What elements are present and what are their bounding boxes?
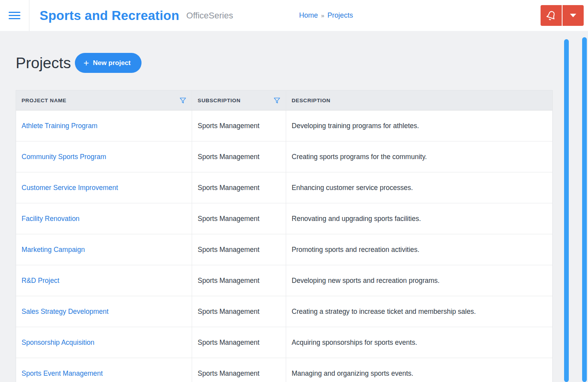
description-cell: Developing new sports and recreation pro… xyxy=(286,265,552,296)
description-cell: Creating a strategy to increase ticket a… xyxy=(286,296,552,327)
subscription-cell: Sports Management xyxy=(192,358,286,382)
table-row: Customer Service ImprovementSports Manag… xyxy=(16,172,552,203)
column-header-project-name: Project name xyxy=(16,91,192,110)
project-link[interactable]: Customer Service Improvement xyxy=(22,184,118,192)
top-header: Sports and Recreation OfficeSeries Home … xyxy=(0,0,588,31)
subscription-cell: Sports Management xyxy=(192,327,286,358)
breadcrumb-separator: » xyxy=(321,12,324,19)
plus-icon: + xyxy=(83,58,89,68)
notifications-button[interactable] xyxy=(541,5,562,26)
main-content: Projects + New project Project name Subs… xyxy=(0,31,563,382)
page-head: Projects + New project xyxy=(0,31,563,73)
subscription-cell: Sports Management xyxy=(192,265,286,296)
project-name-cell: Sponsorship Acquisition xyxy=(16,327,192,358)
project-link[interactable]: Community Sports Program xyxy=(22,153,106,161)
subscription-cell: Sports Management xyxy=(192,296,286,327)
table-body: Athlete Training ProgramSports Managemen… xyxy=(16,110,552,382)
column-header-subscription: Subscription xyxy=(192,91,286,110)
subscription-cell: Sports Management xyxy=(192,234,286,265)
project-name-cell: R&D Project xyxy=(16,265,192,296)
subscription-cell: Sports Management xyxy=(192,141,286,172)
table-row: R&D ProjectSports ManagementDeveloping n… xyxy=(16,265,552,296)
project-link[interactable]: Sports Event Management xyxy=(22,369,103,378)
bell-icon xyxy=(545,9,558,22)
project-link[interactable]: Sponsorship Acquisition xyxy=(22,339,94,347)
filter-icon[interactable] xyxy=(274,97,280,104)
content-scrollbar[interactable] xyxy=(564,39,569,382)
project-name-cell: Marketing Campaign xyxy=(16,234,192,265)
subscription-cell: Sports Management xyxy=(192,203,286,234)
description-cell: Renovating and upgrading sports faciliti… xyxy=(286,203,552,234)
app-subtitle: OfficeSeries xyxy=(186,11,233,21)
table-row: Sports Event ManagementSports Management… xyxy=(16,358,552,382)
page-scrollbar[interactable] xyxy=(582,37,587,382)
subscription-cell: Sports Management xyxy=(192,110,286,141)
table-row: Athlete Training ProgramSports Managemen… xyxy=(16,110,552,141)
breadcrumb: Home » Projects xyxy=(299,0,353,31)
description-cell: Enhancing customer service processes. xyxy=(286,172,552,203)
project-name-cell: Facility Renovation xyxy=(16,203,192,234)
user-menu-button[interactable] xyxy=(563,5,584,26)
description-cell: Promoting sports and recreation activiti… xyxy=(286,234,552,265)
subscription-cell: Sports Management xyxy=(192,172,286,203)
project-name-cell: Community Sports Program xyxy=(16,141,192,172)
project-link[interactable]: Marketing Campaign xyxy=(22,246,85,254)
table-header-row: Project name Subscription Description xyxy=(16,91,552,110)
project-link[interactable]: Athlete Training Program xyxy=(22,122,98,130)
filter-icon[interactable] xyxy=(180,97,186,104)
project-link[interactable]: Sales Strategy Development xyxy=(22,308,109,316)
breadcrumb-current-link[interactable]: Projects xyxy=(327,11,353,20)
table-row: Sales Strategy DevelopmentSports Managem… xyxy=(16,296,552,327)
page-title: Projects xyxy=(16,54,71,72)
new-project-label: New project xyxy=(93,59,131,67)
project-link[interactable]: Facility Renovation xyxy=(22,215,80,223)
project-name-cell: Customer Service Improvement xyxy=(16,172,192,203)
column-header-description: Description xyxy=(286,91,552,110)
hamburger-menu-button[interactable] xyxy=(0,0,29,31)
description-cell: Developing training programs for athlete… xyxy=(286,110,552,141)
project-name-cell: Athlete Training Program xyxy=(16,110,192,141)
table-row: Marketing CampaignSports ManagementPromo… xyxy=(16,234,552,265)
new-project-button[interactable]: + New project xyxy=(75,53,142,73)
description-cell: Acquiring sponsorships for sports events… xyxy=(286,327,552,358)
table-row: Facility RenovationSports ManagementReno… xyxy=(16,203,552,234)
breadcrumb-home-link[interactable]: Home xyxy=(299,11,318,20)
header-actions xyxy=(541,5,584,26)
hamburger-icon xyxy=(9,10,20,21)
description-cell: Creating sports programs for the communi… xyxy=(286,141,552,172)
projects-table: Project name Subscription Description At… xyxy=(16,90,553,382)
table-row: Sponsorship AcquisitionSports Management… xyxy=(16,327,552,358)
table-row: Community Sports ProgramSports Managemen… xyxy=(16,141,552,172)
chevron-down-icon xyxy=(570,14,576,17)
description-cell: Managing and organizing sports events. xyxy=(286,358,552,382)
app-title: Sports and Recreation xyxy=(40,8,179,23)
project-name-cell: Sports Event Management xyxy=(16,358,192,382)
project-link[interactable]: R&D Project xyxy=(22,277,59,285)
project-name-cell: Sales Strategy Development xyxy=(16,296,192,327)
